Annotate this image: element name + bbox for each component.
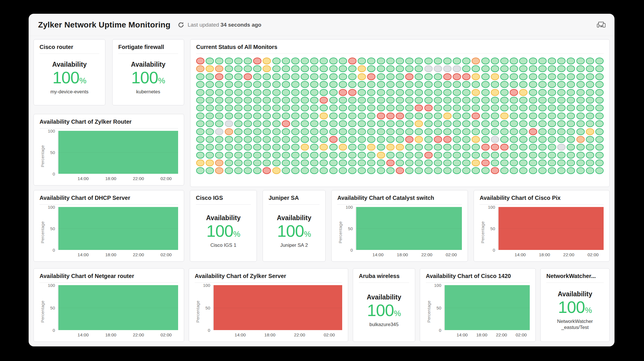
monitor-status-dot[interactable] bbox=[595, 144, 604, 151]
monitor-status-dot[interactable] bbox=[225, 128, 233, 135]
monitor-status-dot[interactable] bbox=[206, 128, 214, 135]
monitor-status-dot[interactable] bbox=[462, 113, 470, 119]
monitor-status-dot[interactable] bbox=[291, 89, 300, 96]
monitor-status-dot[interactable] bbox=[595, 128, 604, 135]
monitor-status-dot[interactable] bbox=[253, 81, 261, 88]
monitor-status-dot[interactable] bbox=[215, 120, 223, 127]
monitor-status-dot[interactable] bbox=[282, 120, 290, 127]
monitor-status-dot[interactable] bbox=[472, 89, 480, 96]
monitor-status-dot[interactable] bbox=[310, 65, 318, 72]
monitor-status-dot[interactable] bbox=[443, 97, 452, 104]
monitor-status-dot[interactable] bbox=[434, 58, 442, 64]
monitor-status-dot[interactable] bbox=[529, 128, 537, 135]
monitor-status-dot[interactable] bbox=[377, 144, 385, 151]
monitor-status-dot[interactable] bbox=[472, 97, 480, 104]
monitor-status-dot[interactable] bbox=[567, 144, 575, 151]
monitor-status-dot[interactable] bbox=[206, 152, 214, 159]
monitor-status-dot[interactable] bbox=[263, 136, 271, 143]
monitor-status-dot[interactable] bbox=[557, 159, 566, 166]
monitor-status-dot[interactable] bbox=[301, 128, 309, 135]
monitor-status-dot[interactable] bbox=[415, 58, 423, 64]
monitor-status-dot[interactable] bbox=[320, 58, 328, 64]
monitor-status-dot[interactable] bbox=[424, 73, 433, 80]
monitor-status-dot[interactable] bbox=[339, 81, 347, 88]
monitor-status-dot[interactable] bbox=[567, 81, 575, 88]
monitor-status-dot[interactable] bbox=[557, 136, 566, 143]
monitor-status-dot[interactable] bbox=[196, 104, 204, 111]
monitor-status-dot[interactable] bbox=[500, 97, 509, 104]
monitor-status-dot[interactable] bbox=[310, 128, 318, 135]
monitor-status-dot[interactable] bbox=[500, 136, 509, 143]
monitor-status-dot[interactable] bbox=[301, 65, 309, 72]
monitor-status-dot[interactable] bbox=[234, 97, 243, 104]
monitor-status-dot[interactable] bbox=[548, 167, 556, 174]
monitor-status-dot[interactable] bbox=[510, 120, 518, 127]
monitor-status-dot[interactable] bbox=[244, 152, 252, 159]
monitor-status-dot[interactable] bbox=[586, 120, 594, 127]
monitor-status-dot[interactable] bbox=[234, 167, 243, 174]
monitor-status-dot[interactable] bbox=[405, 73, 413, 80]
monitor-status-dot[interactable] bbox=[453, 58, 461, 64]
monitor-status-dot[interactable] bbox=[263, 58, 271, 64]
monitor-status-dot[interactable] bbox=[462, 144, 470, 151]
monitor-status-dot[interactable] bbox=[215, 81, 223, 88]
monitor-status-dot[interactable] bbox=[225, 136, 233, 143]
monitor-status-dot[interactable] bbox=[329, 159, 338, 166]
monitor-status-dot[interactable] bbox=[424, 81, 433, 88]
monitor-status-dot[interactable] bbox=[510, 152, 518, 159]
monitor-status-dot[interactable] bbox=[348, 152, 357, 159]
monitor-status-dot[interactable] bbox=[529, 159, 537, 166]
monitor-status-dot[interactable] bbox=[415, 73, 423, 80]
monitor-status-dot[interactable] bbox=[481, 97, 490, 104]
monitor-status-dot[interactable] bbox=[348, 73, 357, 80]
monitor-status-dot[interactable] bbox=[196, 120, 204, 127]
monitor-status-dot[interactable] bbox=[310, 81, 318, 88]
monitor-status-dot[interactable] bbox=[272, 159, 281, 166]
monitor-status-dot[interactable] bbox=[586, 128, 594, 135]
monitor-status-dot[interactable] bbox=[291, 128, 300, 135]
monitor-status-dot[interactable] bbox=[434, 73, 442, 80]
monitor-status-dot[interactable] bbox=[253, 167, 261, 174]
monitor-status-dot[interactable] bbox=[396, 58, 404, 64]
monitor-status-dot[interactable] bbox=[510, 89, 518, 96]
monitor-status-dot[interactable] bbox=[348, 128, 357, 135]
monitor-status-dot[interactable] bbox=[415, 152, 423, 159]
monitor-status-dot[interactable] bbox=[282, 113, 290, 119]
monitor-status-dot[interactable] bbox=[348, 89, 357, 96]
monitor-status-dot[interactable] bbox=[586, 65, 594, 72]
monitor-status-dot[interactable] bbox=[510, 65, 518, 72]
monitor-status-dot[interactable] bbox=[253, 97, 261, 104]
monitor-status-dot[interactable] bbox=[225, 104, 233, 111]
monitor-status-dot[interactable] bbox=[263, 152, 271, 159]
monitor-status-dot[interactable] bbox=[396, 89, 404, 96]
monitor-status-dot[interactable] bbox=[500, 128, 509, 135]
monitor-status-dot[interactable] bbox=[291, 81, 300, 88]
monitor-status-dot[interactable] bbox=[282, 73, 290, 80]
monitor-status-dot[interactable] bbox=[386, 113, 395, 119]
monitor-status-dot[interactable] bbox=[548, 104, 556, 111]
monitor-status-dot[interactable] bbox=[215, 159, 223, 166]
monitor-status-dot[interactable] bbox=[415, 136, 423, 143]
monitor-status-dot[interactable] bbox=[320, 152, 328, 159]
monitor-status-dot[interactable] bbox=[291, 97, 300, 104]
monitor-status-dot[interactable] bbox=[472, 81, 480, 88]
monitor-status-dot[interactable] bbox=[215, 104, 223, 111]
monitor-status-dot[interactable] bbox=[491, 58, 499, 64]
monitor-status-dot[interactable] bbox=[367, 113, 375, 119]
monitor-status-dot[interactable] bbox=[462, 152, 470, 159]
monitor-status-dot[interactable] bbox=[386, 128, 395, 135]
monitor-status-dot[interactable] bbox=[491, 152, 499, 159]
monitor-status-dot[interactable] bbox=[595, 81, 604, 88]
monitor-status-dot[interactable] bbox=[339, 89, 347, 96]
monitor-status-dot[interactable] bbox=[576, 81, 585, 88]
monitor-status-dot[interactable] bbox=[386, 120, 395, 127]
monitor-status-dot[interactable] bbox=[272, 58, 281, 64]
monitor-status-dot[interactable] bbox=[225, 65, 233, 72]
monitor-status-dot[interactable] bbox=[272, 128, 281, 135]
refresh-icon[interactable] bbox=[177, 21, 185, 29]
monitor-status-dot[interactable] bbox=[367, 167, 375, 174]
monitor-status-dot[interactable] bbox=[424, 113, 433, 119]
monitor-status-dot[interactable] bbox=[453, 113, 461, 119]
monitor-status-dot[interactable] bbox=[377, 73, 385, 80]
monitor-status-dot[interactable] bbox=[443, 128, 452, 135]
